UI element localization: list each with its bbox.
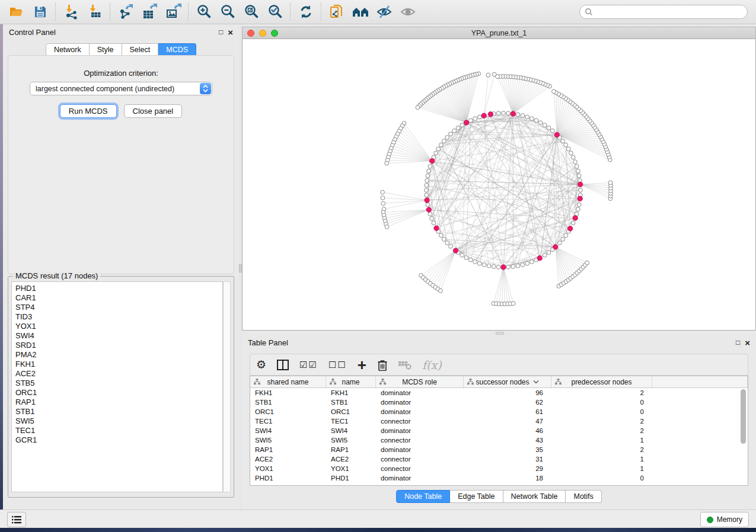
clone-network-icon[interactable]	[325, 2, 349, 22]
table-row[interactable]: ORC1ORC1dominator610	[250, 407, 739, 416]
table-row[interactable]: SWI5SWI5connector431	[250, 435, 739, 445]
cell-name: SWI5	[326, 435, 376, 445]
mcds-result-list[interactable]: PHD1CAR1STP4TID3YOX1SWI4SRD1PMA2FKH1ACE2…	[11, 281, 223, 492]
mcds-result-item[interactable]: TEC1	[15, 426, 222, 435]
cell-filler	[652, 454, 739, 464]
mcds-result-item[interactable]: GCR1	[15, 435, 222, 445]
table-row[interactable]: RAP1RAP1dominator352	[250, 445, 739, 454]
mcds-result-item[interactable]: RAP1	[15, 398, 222, 407]
save-session-icon[interactable]	[28, 2, 52, 22]
column-header-shared-name[interactable]: shared name	[250, 376, 326, 387]
tab-edge-table[interactable]: Edge Table	[450, 490, 503, 503]
mcds-result-item[interactable]: PMA2	[15, 350, 222, 360]
mcds-result-item[interactable]: TID3	[15, 312, 222, 322]
table-row[interactable]: YOX1YOX1connector291	[250, 464, 739, 473]
tab-mcds[interactable]: MCDS	[158, 43, 196, 56]
mcds-result-item[interactable]: ACE2	[15, 369, 222, 379]
close-panel-button[interactable]: Close panel	[124, 104, 183, 118]
cell-filler	[652, 445, 739, 454]
add-column-icon[interactable]: +	[358, 356, 366, 374]
float-panel-icon[interactable]: □	[219, 28, 223, 36]
column-header-label: MCDS role	[402, 378, 437, 386]
network-window-titlebar[interactable]: YPA_prune.txt_1	[242, 27, 756, 39]
cell-name: PHD1	[326, 473, 376, 483]
table-scrollbar-thumb[interactable]	[741, 389, 746, 444]
mcds-result-item[interactable]: SWI4	[15, 331, 222, 341]
toolbar-separator	[110, 3, 111, 21]
open-file-icon[interactable]	[5, 2, 28, 22]
delete-column-trash-icon[interactable]	[377, 356, 388, 374]
hide-selected-eye-icon[interactable]	[372, 2, 396, 22]
split-panel-icon[interactable]	[277, 356, 289, 374]
mcds-result-item[interactable]: STB5	[15, 379, 222, 388]
table-row[interactable]: SWI4SWI4dominator462	[250, 426, 739, 435]
task-history-button[interactable]	[7, 512, 26, 527]
toolbar-separator	[290, 3, 291, 21]
mcds-result-item[interactable]: ORC1	[15, 388, 222, 398]
mcds-result-item[interactable]: SWI5	[15, 416, 222, 426]
export-image-icon[interactable]	[161, 2, 185, 22]
tab-style[interactable]: Style	[90, 43, 122, 56]
cell-predecessors: 2	[551, 416, 652, 426]
mcds-result-scrollbar[interactable]	[223, 281, 231, 492]
mcds-result-item[interactable]: PHD1	[15, 284, 222, 293]
optimization-criterion-dropdown[interactable]: largest connected component (undirected)	[30, 82, 212, 95]
zoom-selected-icon[interactable]	[263, 2, 287, 22]
search-icon	[585, 8, 593, 18]
close-panel-icon[interactable]: ×	[228, 28, 233, 37]
cell-name: YOX1	[326, 464, 376, 473]
node-table-body: FKH1FKH1dominator962STB1STB1dominator620…	[250, 388, 739, 485]
import-table-icon[interactable]	[83, 2, 107, 22]
table-panel-tabs: Node TableEdge TableNetwork TableMotifs	[242, 490, 756, 503]
table-row[interactable]: FKH1FKH1dominator962	[250, 388, 739, 398]
table-row[interactable]: PHD1PHD1dominator180	[250, 473, 739, 483]
float-table-panel-icon[interactable]: □	[736, 339, 740, 346]
mcds-result-item[interactable]: SRD1	[15, 341, 222, 350]
mcds-result-item[interactable]: CAR1	[15, 293, 222, 303]
import-network-icon[interactable]	[59, 2, 83, 22]
network-canvas[interactable]	[242, 39, 756, 331]
mcds-result-item[interactable]: YOX1	[15, 322, 222, 331]
memory-button[interactable]: Memory	[700, 512, 749, 527]
status-bar: Memory	[0, 509, 756, 528]
column-header-name[interactable]: name	[326, 376, 376, 387]
toolbar-separator	[55, 3, 56, 21]
mcds-result-item[interactable]: STB1	[15, 407, 222, 416]
deselect-all-icon[interactable]: ☐☐	[328, 356, 347, 374]
cell-name: TEC1	[326, 416, 376, 426]
run-mcds-button[interactable]: Run MCDS	[60, 104, 117, 118]
cell-shared_name: PHD1	[250, 473, 326, 483]
close-table-panel-icon[interactable]: ×	[745, 338, 750, 347]
table-row[interactable]: STB1STB1dominator620	[250, 398, 739, 407]
zoom-in-icon[interactable]	[192, 2, 216, 22]
column-header-MCDS-role[interactable]: MCDS role	[376, 376, 464, 387]
cell-name: SWI4	[326, 426, 376, 435]
tab-motifs[interactable]: Motifs	[566, 490, 601, 503]
export-table-icon[interactable]	[138, 2, 161, 22]
table-row[interactable]: TEC1TEC1connector472	[250, 416, 739, 426]
table-settings-gear-icon[interactable]: ⚙	[256, 356, 266, 374]
houses-icon[interactable]	[349, 2, 372, 22]
cell-successors: 61	[464, 407, 551, 416]
zoom-fit-icon[interactable]	[240, 2, 263, 22]
function-builder-icon: f(x)	[422, 356, 442, 374]
tab-network-table[interactable]: Network Table	[503, 490, 566, 503]
mcds-result-item[interactable]: STP4	[15, 303, 222, 312]
sort-chevron-icon[interactable]	[533, 380, 539, 384]
column-header-predecessor-nodes[interactable]: predecessor nodes	[551, 376, 652, 387]
mcds-result-item[interactable]: FKH1	[15, 360, 222, 369]
control-panel-title: Control Panel	[9, 28, 56, 37]
search-input[interactable]	[579, 5, 748, 19]
select-all-icon[interactable]: ☑☑	[299, 356, 318, 374]
dropdown-stepper-icon	[200, 83, 211, 94]
show-all-eye-icon[interactable]	[396, 2, 420, 22]
column-header-successor-nodes[interactable]: successor nodes	[464, 376, 551, 387]
export-network-icon[interactable]	[114, 2, 138, 22]
table-row[interactable]: ACE2ACE2connector311	[250, 454, 739, 464]
zoom-out-icon[interactable]	[216, 2, 240, 22]
refresh-layout-icon[interactable]	[294, 2, 318, 22]
table-scrollbar[interactable]	[740, 389, 747, 484]
tab-node-table[interactable]: Node Table	[396, 490, 450, 503]
tab-select[interactable]: Select	[122, 43, 159, 56]
tab-network[interactable]: Network	[46, 43, 90, 56]
